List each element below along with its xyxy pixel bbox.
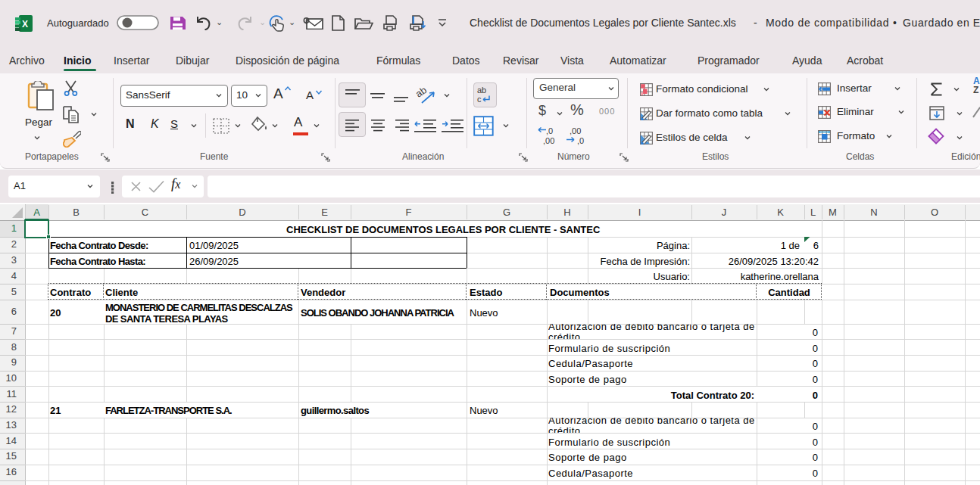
- svg-text:c: c: [477, 95, 482, 104]
- svg-text:,0: ,0: [546, 126, 553, 135]
- svg-text:,00: ,00: [543, 136, 554, 145]
- svg-text:,00: ,00: [570, 126, 581, 135]
- svg-text:ab: ab: [477, 85, 486, 95]
- svg-text:,0: ,0: [577, 136, 584, 145]
- svg-text:X: X: [22, 19, 28, 30]
